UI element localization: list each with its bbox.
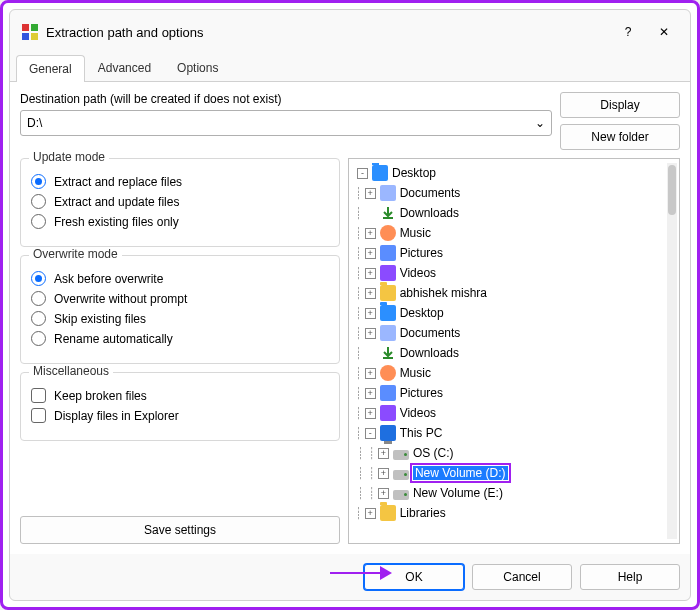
expand-icon[interactable]: + bbox=[365, 248, 376, 259]
tree-node[interactable]: ┊ Downloads bbox=[353, 203, 665, 223]
tree-node[interactable]: ┊ +Pictures bbox=[353, 383, 665, 403]
collapse-icon[interactable]: - bbox=[357, 168, 368, 179]
folder-icon bbox=[372, 165, 388, 181]
monitor-icon bbox=[380, 425, 396, 441]
tree-node[interactable]: ┊ +Music bbox=[353, 363, 665, 383]
tab-advanced[interactable]: Advanced bbox=[85, 54, 164, 81]
tree-label: Downloads bbox=[400, 346, 459, 360]
tab-general[interactable]: General bbox=[16, 55, 85, 82]
checkbox-icon bbox=[31, 388, 46, 403]
overwrite-mode-group: Overwrite mode Ask before overwrite Over… bbox=[20, 255, 340, 364]
window-title: Extraction path and options bbox=[46, 25, 606, 40]
tree-node[interactable]: ┊ ┊ +OS (C:) bbox=[353, 443, 665, 463]
save-settings-button[interactable]: Save settings bbox=[20, 516, 340, 544]
chevron-down-icon: ⌄ bbox=[535, 116, 545, 130]
help-icon[interactable]: ? bbox=[614, 18, 642, 46]
drive-icon bbox=[393, 450, 409, 460]
tree-spacer bbox=[365, 208, 376, 219]
display-button[interactable]: Display bbox=[560, 92, 680, 118]
radio-skip-existing[interactable]: Skip existing files bbox=[31, 311, 329, 326]
expand-icon[interactable]: + bbox=[365, 328, 376, 339]
cancel-button[interactable]: Cancel bbox=[472, 564, 572, 590]
tree-node[interactable]: ┊ +Libraries bbox=[353, 503, 665, 523]
radio-icon bbox=[31, 174, 46, 189]
expand-icon[interactable]: + bbox=[365, 268, 376, 279]
radio-icon bbox=[31, 331, 46, 346]
destination-label: Destination path (will be created if doe… bbox=[20, 92, 552, 106]
radio-icon bbox=[31, 291, 46, 306]
tree-label: Music bbox=[400, 226, 431, 240]
tree-node[interactable]: ┊ +Music bbox=[353, 223, 665, 243]
tree-label: abhishek mishra bbox=[400, 286, 487, 300]
tree-label: Documents bbox=[400, 186, 461, 200]
tree-node[interactable]: -Desktop bbox=[353, 163, 665, 183]
new-folder-button[interactable]: New folder bbox=[560, 124, 680, 150]
folder-tree[interactable]: -Desktop┊ +Documents┊ Downloads┊ +Music┊… bbox=[348, 158, 680, 544]
close-icon[interactable]: ✕ bbox=[650, 18, 678, 46]
expand-icon[interactable]: + bbox=[365, 408, 376, 419]
app-icon bbox=[22, 24, 38, 40]
destination-value: D:\ bbox=[27, 116, 42, 130]
tree-node[interactable]: ┊ +Documents bbox=[353, 323, 665, 343]
radio-ask-overwrite[interactable]: Ask before overwrite bbox=[31, 271, 329, 286]
tree-label: Desktop bbox=[392, 166, 436, 180]
radio-icon bbox=[31, 194, 46, 209]
group-legend: Miscellaneous bbox=[29, 364, 113, 378]
vid-icon bbox=[380, 265, 396, 281]
dl-icon bbox=[380, 345, 396, 361]
drive-icon bbox=[393, 470, 409, 480]
help-button[interactable]: Help bbox=[580, 564, 680, 590]
destination-combobox[interactable]: D:\ ⌄ bbox=[20, 110, 552, 136]
tree-label: New Volume (E:) bbox=[413, 486, 503, 500]
tree-node[interactable]: ┊ +abhishek mishra bbox=[353, 283, 665, 303]
expand-icon[interactable]: + bbox=[365, 288, 376, 299]
expand-icon[interactable]: + bbox=[365, 368, 376, 379]
tree-node[interactable]: ┊ -This PC bbox=[353, 423, 665, 443]
folder-icon bbox=[380, 505, 396, 521]
folder-icon bbox=[380, 285, 396, 301]
folder-icon bbox=[380, 305, 396, 321]
tree-spacer bbox=[365, 348, 376, 359]
tree-label: Videos bbox=[400, 406, 436, 420]
drive-icon bbox=[393, 490, 409, 500]
tree-label: Music bbox=[400, 366, 431, 380]
check-keep-broken[interactable]: Keep broken files bbox=[31, 388, 329, 403]
expand-icon[interactable]: + bbox=[365, 388, 376, 399]
collapse-icon[interactable]: - bbox=[365, 428, 376, 439]
tree-label: Documents bbox=[400, 326, 461, 340]
tree-node[interactable]: ┊ ┊ +New Volume (D:) bbox=[353, 463, 665, 483]
group-legend: Update mode bbox=[29, 150, 109, 164]
expand-icon[interactable]: + bbox=[365, 228, 376, 239]
doc-icon bbox=[380, 185, 396, 201]
tree-node[interactable]: ┊ +Documents bbox=[353, 183, 665, 203]
expand-icon[interactable]: + bbox=[365, 308, 376, 319]
checkbox-icon bbox=[31, 408, 46, 423]
tree-label: Videos bbox=[400, 266, 436, 280]
tree-node[interactable]: ┊ ┊ +New Volume (E:) bbox=[353, 483, 665, 503]
tab-options[interactable]: Options bbox=[164, 54, 231, 81]
expand-icon[interactable]: + bbox=[378, 488, 389, 499]
tree-node[interactable]: ┊ Downloads bbox=[353, 343, 665, 363]
expand-icon[interactable]: + bbox=[378, 448, 389, 459]
radio-extract-update[interactable]: Extract and update files bbox=[31, 194, 329, 209]
radio-overwrite-noprompt[interactable]: Overwrite without prompt bbox=[31, 291, 329, 306]
tree-node[interactable]: ┊ +Videos bbox=[353, 263, 665, 283]
radio-fresh-existing[interactable]: Fresh existing files only bbox=[31, 214, 329, 229]
update-mode-group: Update mode Extract and replace files Ex… bbox=[20, 158, 340, 247]
tree-label: Downloads bbox=[400, 206, 459, 220]
tree-node[interactable]: ┊ +Videos bbox=[353, 403, 665, 423]
expand-icon[interactable]: + bbox=[378, 468, 389, 479]
expand-icon[interactable]: + bbox=[365, 188, 376, 199]
tree-label: Desktop bbox=[400, 306, 444, 320]
doc-icon bbox=[380, 325, 396, 341]
radio-extract-replace[interactable]: Extract and replace files bbox=[31, 174, 329, 189]
radio-rename-auto[interactable]: Rename automatically bbox=[31, 331, 329, 346]
scrollbar[interactable] bbox=[667, 163, 677, 539]
tree-node[interactable]: ┊ +Pictures bbox=[353, 243, 665, 263]
pic-icon bbox=[380, 245, 396, 261]
tree-node[interactable]: ┊ +Desktop bbox=[353, 303, 665, 323]
dl-icon bbox=[380, 205, 396, 221]
check-display-explorer[interactable]: Display files in Explorer bbox=[31, 408, 329, 423]
tree-label: Pictures bbox=[400, 246, 443, 260]
expand-icon[interactable]: + bbox=[365, 508, 376, 519]
